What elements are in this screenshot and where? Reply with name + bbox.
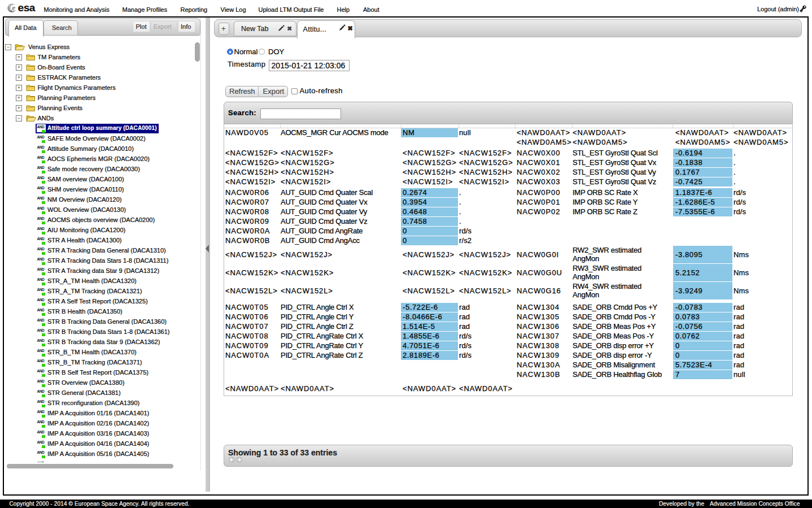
svg-text:e: e — [12, 3, 15, 12]
